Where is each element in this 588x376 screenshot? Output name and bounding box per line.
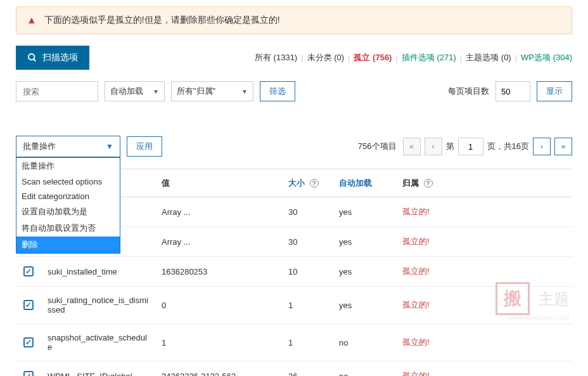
row-checkbox[interactable] xyxy=(23,337,34,347)
total-items-label: 756个项目 xyxy=(358,141,397,152)
cell-name: WPML_SITE_ID:global xyxy=(41,361,155,377)
bulk-option[interactable]: 批量操作 xyxy=(16,158,120,174)
filter-button[interactable]: 筛选 xyxy=(260,81,295,101)
bulk-action-dropdown: 批量操作 Scan selected options Edit categori… xyxy=(16,157,120,254)
chevron-down-icon: ▼ xyxy=(106,142,113,151)
cell-value: Array ... xyxy=(155,197,282,227)
cell-belongs: 孤立的! xyxy=(396,324,572,361)
pager-prev-button[interactable]: ‹ xyxy=(425,138,442,155)
cell-name: suki_installed_time xyxy=(41,257,155,287)
cell-belongs: 孤立的! xyxy=(396,257,572,287)
nav-theme[interactable]: 主题选项 (0) xyxy=(466,52,511,63)
table-row: snapshot_activate_schedule 1 1 no 孤立的! xyxy=(16,324,572,361)
bulk-action-select[interactable]: 批量操作 ▼ xyxy=(16,136,120,157)
header-autoload-sort[interactable]: 自动加载 xyxy=(339,178,372,188)
search-icon xyxy=(27,53,37,63)
per-page-label: 每页项目数 xyxy=(448,86,489,97)
cell-name: snapshot_activate_schedule xyxy=(41,324,155,361)
bulk-option-delete[interactable]: 删除 xyxy=(16,237,120,253)
show-button[interactable]: 显示 xyxy=(537,81,572,101)
bulk-option[interactable]: Scan selected options xyxy=(16,174,120,189)
svg-point-0 xyxy=(29,54,34,60)
info-icon[interactable]: ? xyxy=(424,179,433,188)
cell-size: 30 xyxy=(282,227,333,257)
cell-value: 1 xyxy=(155,324,282,361)
cell-name: suki_rating_notice_is_dismissed xyxy=(41,287,155,324)
nav-orphan[interactable]: 孤立 (756) xyxy=(354,52,392,63)
cell-value: 34363236-3132-563 ... xyxy=(155,361,282,377)
table-row: suki_rating_notice_is_dismissed 0 1 yes … xyxy=(16,287,572,324)
alert-text: 下面的选项似乎是孤立的!但是，请删除那些你确定是孤立的! xyxy=(44,15,280,26)
cell-autoload: yes xyxy=(333,227,396,257)
row-checkbox[interactable] xyxy=(23,371,34,376)
row-checkbox[interactable] xyxy=(23,266,34,276)
cell-autoload: no xyxy=(333,324,396,361)
nav-wp[interactable]: WP选项 (304) xyxy=(521,52,572,63)
cell-size: 1 xyxy=(282,287,333,324)
page-label-pre: 第 xyxy=(446,141,454,152)
cell-value: 0 xyxy=(155,287,282,324)
header-size-sort[interactable]: 大小 xyxy=(288,178,305,188)
warning-icon: ▲ xyxy=(27,15,37,26)
page-number-input[interactable] xyxy=(458,138,483,155)
svg-line-1 xyxy=(34,59,35,61)
pager-next-button[interactable]: › xyxy=(533,138,551,155)
table-row: WPML_SITE_ID:global 34363236-3132-563 ..… xyxy=(16,361,572,377)
apply-bulk-button[interactable]: 应用 xyxy=(127,136,162,157)
cell-belongs: 孤立的! xyxy=(396,197,572,227)
cell-size: 36 xyxy=(282,361,333,377)
cell-value: 1636280253 xyxy=(155,257,282,287)
chevron-down-icon: ▼ xyxy=(241,88,248,95)
table-row: suki_installed_time 1636280253 10 yes 孤立… xyxy=(16,257,572,287)
category-filter-nav: 所有 (1331) | 未分类 (0) | 孤立 (756) | 插件选项 (2… xyxy=(255,52,572,63)
cell-autoload: yes xyxy=(333,197,396,227)
cell-value: Array ... xyxy=(155,227,282,257)
nav-plugin[interactable]: 插件选项 (271) xyxy=(402,52,456,63)
info-icon[interactable]: ? xyxy=(310,179,319,188)
cell-belongs: 孤立的! xyxy=(396,287,572,324)
belongs-filter-select[interactable]: 所有"归属" ▼ xyxy=(171,81,253,101)
cell-belongs: 孤立的! xyxy=(396,361,572,377)
cell-autoload: no xyxy=(333,361,396,377)
scan-button-label: 扫描选项 xyxy=(42,52,78,63)
warning-alert: ▲ 下面的选项似乎是孤立的!但是，请删除那些你确定是孤立的! xyxy=(16,6,572,34)
page-label-post: 页，共16页 xyxy=(487,141,529,152)
cell-size: 10 xyxy=(282,257,333,287)
cell-size: 30 xyxy=(282,197,333,227)
row-checkbox[interactable] xyxy=(23,300,34,310)
pager-last-button[interactable]: » xyxy=(554,138,572,155)
header-belongs: 归属 xyxy=(402,178,419,188)
pager-first-button[interactable]: « xyxy=(403,138,421,155)
cell-autoload: yes xyxy=(333,287,396,324)
chevron-down-icon: ▼ xyxy=(153,88,159,95)
cell-size: 1 xyxy=(282,324,333,361)
autoload-filter-select[interactable]: 自动加载 ▼ xyxy=(105,81,165,101)
cell-belongs: 孤立的! xyxy=(396,227,572,257)
bulk-option[interactable]: Edit categorization xyxy=(16,189,120,204)
search-input[interactable] xyxy=(16,81,98,101)
scan-options-button[interactable]: 扫描选项 xyxy=(16,46,89,70)
bulk-option[interactable]: 将自动加载设置为否 xyxy=(16,220,120,237)
cell-autoload: yes xyxy=(333,257,396,287)
bulk-option[interactable]: 设置自动加载为是 xyxy=(16,204,120,220)
per-page-input[interactable] xyxy=(495,81,530,101)
nav-uncategorized[interactable]: 未分类 (0) xyxy=(307,52,345,63)
nav-all[interactable]: 所有 (1331) xyxy=(255,52,297,63)
header-value: 值 xyxy=(155,169,282,197)
